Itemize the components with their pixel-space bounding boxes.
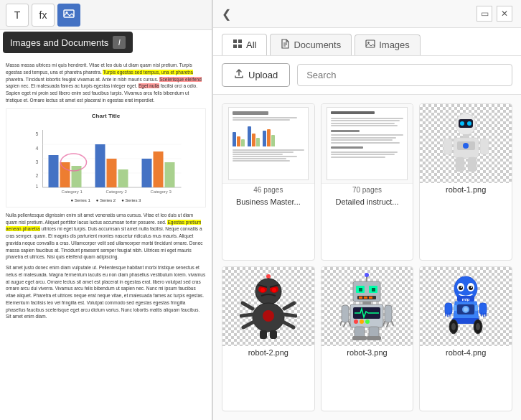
svg-rect-15: [95, 144, 105, 187]
svg-point-93: [461, 286, 462, 288]
close-btn[interactable]: ✕: [497, 6, 512, 22]
svg-point-81: [365, 319, 370, 324]
svg-line-59: [243, 322, 254, 327]
svg-text:4: 4: [36, 146, 39, 151]
svg-point-47: [266, 274, 271, 279]
svg-rect-87: [367, 336, 381, 340]
svg-rect-43: [480, 139, 489, 154]
file-card-3[interactable]: robot-1.png: [419, 103, 512, 261]
svg-rect-25: [233, 39, 237, 43]
svg-point-91: [459, 286, 463, 290]
svg-rect-83: [385, 305, 392, 322]
legend-series2: ● Series 2: [96, 197, 116, 203]
tab-all[interactable]: All: [222, 34, 267, 55]
svg-rect-86: [352, 336, 367, 340]
chart-svg: 5 4 3 2 1: [9, 123, 202, 195]
svg-rect-16: [107, 159, 117, 187]
panel-header: ❮ ▭ ✕: [213, 0, 521, 28]
svg-point-37: [467, 121, 471, 126]
svg-text:1: 1: [36, 184, 39, 189]
search-input[interactable]: [297, 64, 512, 86]
file-name-1: Business Master...: [222, 195, 314, 210]
file-name-2: Detailed instruct...: [321, 195, 413, 210]
svg-point-105: [451, 323, 456, 330]
file-name-5: robot-3.png: [321, 346, 413, 361]
svg-rect-20: [165, 162, 175, 187]
svg-rect-100: [454, 305, 456, 311]
svg-rect-14: [72, 166, 82, 187]
file-name-6: robot-4.png: [420, 346, 512, 361]
svg-point-33: [368, 42, 370, 43]
file-preview-1: [222, 104, 314, 183]
tab-documents[interactable]: Documents: [270, 34, 352, 55]
action-bar: Upload: [213, 56, 521, 95]
svg-line-61: [284, 314, 296, 316]
all-tab-label: All: [246, 39, 256, 50]
tab-images[interactable]: Images: [355, 34, 421, 55]
legend-series1: ● Series 1: [71, 197, 90, 203]
document-content: Massa massa ultrices mi quis hendrerit. …: [0, 56, 212, 326]
tooltip-shortcut: I: [113, 36, 126, 49]
chevron-left-icon: ❮: [222, 8, 231, 20]
svg-rect-28: [238, 45, 242, 48]
documents-tab-icon: [281, 39, 290, 51]
document-editor-panel: T fx Images and Documents I Massa m: [0, 0, 212, 420]
svg-rect-0: [64, 10, 74, 17]
editor-toolbar: T fx: [0, 0, 212, 30]
svg-point-94: [471, 286, 472, 288]
svg-point-66: [365, 273, 369, 277]
embedded-chart: Chart Title 5 4 3 2 1: [6, 108, 206, 207]
svg-text:2: 2: [36, 173, 39, 178]
svg-rect-71: [372, 288, 375, 291]
svg-point-80: [360, 319, 364, 324]
robot3-svg: [340, 273, 394, 341]
file-card-1[interactable]: 46 pages Business Master...: [222, 103, 315, 261]
doc-paragraph-2: Nulla pellentesque dignissim enim sit am…: [6, 212, 206, 261]
file-pages-2: 70 pages: [321, 183, 413, 195]
svg-point-36: [460, 121, 464, 126]
svg-rect-63: [260, 330, 267, 339]
svg-rect-64: [270, 330, 277, 339]
doc-paragraph-3: Sit amet justo donec enim diam vulputate…: [6, 264, 206, 320]
svg-rect-73: [359, 297, 362, 299]
svg-point-106: [476, 323, 480, 330]
svg-line-58: [241, 314, 253, 316]
file-name-3: robot-1.png: [420, 183, 512, 198]
svg-point-99: [464, 307, 468, 312]
file-preview-5: [321, 267, 413, 346]
svg-text:3: 3: [36, 159, 39, 164]
svg-point-92: [469, 286, 473, 290]
file-preview-4: [222, 267, 314, 346]
close-icon: ✕: [501, 9, 508, 19]
text-toolbar-btn[interactable]: T: [6, 4, 29, 27]
svg-rect-74: [364, 297, 367, 299]
file-card-5[interactable]: robot-3.png: [321, 266, 414, 411]
chart-title: Chart Title: [9, 112, 202, 120]
svg-rect-75: [369, 297, 372, 299]
file-preview-2: [321, 104, 413, 183]
formula-icon: fx: [39, 9, 47, 21]
robot1-svg: [439, 111, 493, 176]
files-grid: 46 pages Business Master...: [213, 95, 521, 420]
svg-rect-82: [342, 305, 349, 322]
file-card-4[interactable]: robot-2.png: [222, 266, 315, 411]
upload-button[interactable]: Upload: [222, 63, 290, 87]
minimize-btn[interactable]: ▭: [477, 6, 492, 22]
tab-bar: All Documents Im: [213, 28, 521, 56]
upload-icon: [234, 69, 244, 81]
svg-rect-44: [456, 157, 464, 172]
file-card-6[interactable]: mip: [419, 266, 512, 411]
svg-rect-12: [49, 155, 59, 187]
svg-line-60: [284, 303, 294, 309]
svg-point-79: [354, 319, 358, 324]
formula-toolbar-btn[interactable]: fx: [32, 4, 55, 27]
svg-rect-18: [142, 159, 152, 187]
robot2-svg: [240, 273, 297, 341]
image-toolbar-btn[interactable]: [57, 4, 80, 27]
file-card-2[interactable]: 70 pages Detailed instruct...: [321, 103, 414, 261]
svg-point-52: [272, 288, 276, 292]
tooltip-label: Images and Documents: [10, 37, 108, 48]
svg-rect-19: [154, 151, 164, 187]
panel-collapse-btn[interactable]: ❮: [222, 7, 231, 21]
legend-series3: ● Series 3: [121, 197, 141, 203]
